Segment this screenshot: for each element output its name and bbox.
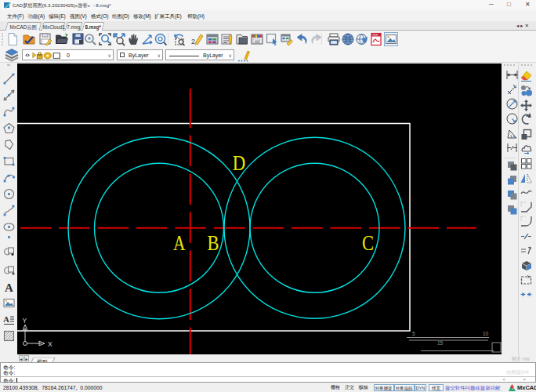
svg-text:X: X xyxy=(48,340,53,348)
svg-text:Y: Y xyxy=(23,317,27,325)
svg-text:A: A xyxy=(3,314,9,324)
svg-text:D: D xyxy=(233,151,246,175)
svg-text:5: 5 xyxy=(412,331,415,336)
svg-text:10: 10 xyxy=(483,331,489,336)
svg-text:C: C xyxy=(362,230,374,255)
svg-text:15: 15 xyxy=(437,340,444,346)
svg-text:A: A xyxy=(173,230,186,255)
svg-text:A: A xyxy=(5,281,13,294)
svg-text:PDF: PDF xyxy=(373,34,378,37)
svg-text:B: B xyxy=(208,230,219,255)
svg-text:2: 2 xyxy=(191,38,195,45)
